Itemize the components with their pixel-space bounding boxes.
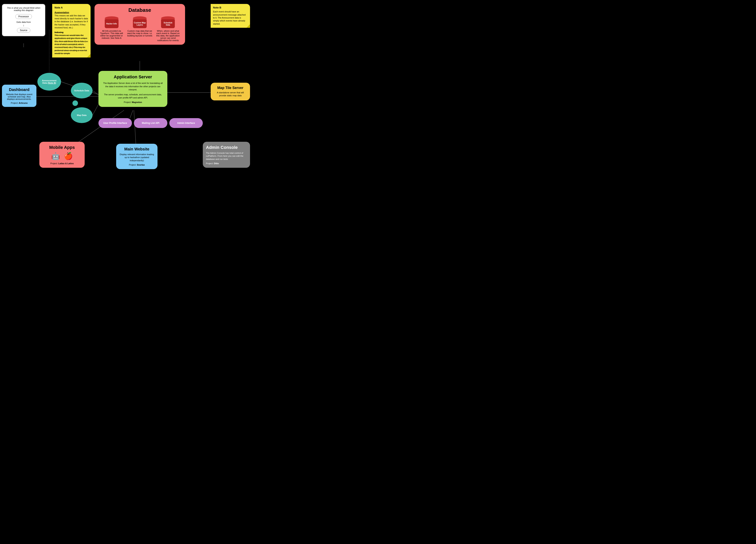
mailing-list-label: Mailing List API	[142, 122, 159, 124]
api-row: User Profile Interface Mailing List API …	[98, 118, 203, 128]
map-bubble-label: Map Data	[77, 114, 87, 116]
indexing-text: This means we would take the application…	[55, 34, 88, 55]
db-col-schedule: Schedule Data When, where and what each …	[155, 16, 181, 42]
gets-data-label: Gets data from	[5, 21, 43, 23]
mailing-list-bubble: Mailing List API	[134, 118, 167, 128]
app-server-title: Application Server	[102, 74, 163, 80]
admin-console-project: Project: Ditto	[206, 162, 247, 165]
database-title: Database	[98, 7, 181, 13]
apple-icon: 🍎	[64, 152, 73, 160]
dashboard-box: Dashboard Website that displays event sc…	[2, 85, 36, 107]
dashboard-title: Dashboard	[4, 87, 34, 92]
admin-console-box: Admin Console The Admin Console has tota…	[203, 142, 250, 168]
user-profile-bubble: User Profile Interface	[98, 118, 132, 128]
map-desc: Custom map data that we want the map to …	[127, 30, 153, 37]
android-icon: 🤖	[51, 152, 60, 160]
note-a-title: Note A	[55, 6, 88, 9]
announcement-bubble: Annoucement Data (Note B)	[37, 73, 61, 91]
diagram: This is what you should think when readi…	[0, 0, 252, 181]
db-col-map: Custom Map Layers Custom map data that w…	[127, 16, 153, 42]
map-label: Custom Map Layers	[133, 22, 147, 26]
app-server-box: Application Server The Application Serve…	[98, 71, 167, 107]
database-box: Database Hacker Info All Info provided v…	[95, 4, 185, 45]
arrow-down-icon: ↓	[5, 24, 43, 27]
schedule-bubble: Schedule Data	[71, 83, 93, 98]
note-b: Note B Each event should have an announc…	[211, 4, 250, 28]
augmentation-title: Augmentation	[55, 11, 88, 14]
cyl-body-1: Hacker Info	[105, 19, 119, 28]
app-server-project: Project: Magneton	[102, 101, 163, 103]
processor-pill: Processor	[15, 14, 32, 19]
mobile-icons: 🤖 🍎	[43, 152, 81, 160]
schedule-cylinder: Schedule Data	[161, 16, 175, 28]
app-server-project-prefix: Project:	[124, 101, 131, 103]
dashboard-project: Project: Articuno	[4, 102, 34, 104]
hacker-cylinder: Hacker Info	[105, 16, 119, 28]
main-website-title: Main Website	[119, 147, 154, 151]
map-tile-desc: A standalone server that will provide st…	[213, 91, 247, 97]
small-teal-dot	[72, 100, 78, 106]
mobile-project-name: Latias & Latios	[58, 162, 74, 165]
main-website-box: Main Website Display relevant informatio…	[116, 144, 157, 169]
augmentation-text: This means we add the data we need direc…	[55, 14, 88, 29]
dashboard-project-name: Articuno	[19, 102, 28, 104]
admin-console-title: Admin Console	[206, 145, 247, 150]
main-website-desc: Display relevant information leading up …	[119, 153, 154, 162]
note-a: Note A Augmentation This means we add th…	[52, 4, 91, 57]
hacker-desc: All Info provided via Typeform. This dat…	[98, 30, 125, 39]
main-website-project-prefix: Project:	[129, 164, 136, 166]
source-pill: Source	[17, 28, 30, 33]
schedule-bubble-label: Schedule Data	[74, 89, 89, 92]
admin-console-desc: The Admin Console has total control of c…	[206, 152, 247, 161]
mobile-project-prefix: Project:	[50, 162, 58, 165]
svg-line-5	[130, 110, 133, 118]
map-bubble: Map Data	[71, 107, 93, 123]
user-profile-label: User Profile Interface	[103, 122, 127, 124]
app-server-desc2: The server provides map, schedule, and a…	[102, 93, 163, 99]
admin-console-project-prefix: Project:	[206, 162, 213, 165]
app-server-desc1: The Application Server does a lot of the…	[102, 82, 163, 91]
think-box-title: This is what you should think when readi…	[5, 7, 43, 11]
map-cylinder: Custom Map Layers	[133, 16, 147, 28]
schedule-label: Schedule Data	[161, 22, 175, 26]
mobile-project: Project: Latias & Latios	[43, 162, 81, 165]
note-b-text: Each event should have an announcement m…	[213, 10, 248, 25]
note-b-title: Note B	[213, 6, 248, 9]
svg-line-3	[93, 104, 98, 115]
announcement-label: Annoucement Data (Note B)	[39, 79, 59, 84]
app-server-project-name: Magneton	[132, 101, 142, 103]
main-website-project: Project: Snorlax	[119, 164, 154, 166]
dashboard-project-prefix: Project:	[11, 102, 18, 104]
db-col-hacker: Hacker Info All Info provided via Typefo…	[98, 16, 125, 42]
cyl-body-3: Schedule Data	[161, 19, 175, 28]
map-tile-box: Map Tile Server A standalone server that…	[211, 83, 250, 100]
schedule-desc: When, where and what each event is. Base…	[155, 30, 181, 42]
mobile-apps-box: Mobile Apps 🤖 🍎 Project: Latias & Latios	[39, 142, 85, 168]
main-website-project-name: Snorlax	[137, 164, 145, 166]
admin-console-project-name: Ditto	[214, 162, 219, 165]
dashboard-desc: Website that displays event schedule and…	[4, 93, 34, 100]
think-box: This is what you should think when readi…	[2, 4, 45, 36]
admin-interface-label: Admin Interface	[177, 122, 195, 124]
indexing-title: Indexing	[55, 31, 88, 34]
map-tile-title: Map Tile Server	[213, 86, 247, 90]
svg-line-2	[93, 91, 98, 95]
mobile-apps-title: Mobile Apps	[43, 145, 81, 150]
cyl-body-2: Custom Map Layers	[133, 19, 147, 28]
admin-interface-bubble: Admin Interface	[169, 118, 203, 128]
hacker-label: Hacker Info	[105, 23, 118, 25]
database-columns: Hacker Info All Info provided via Typefo…	[98, 16, 181, 42]
